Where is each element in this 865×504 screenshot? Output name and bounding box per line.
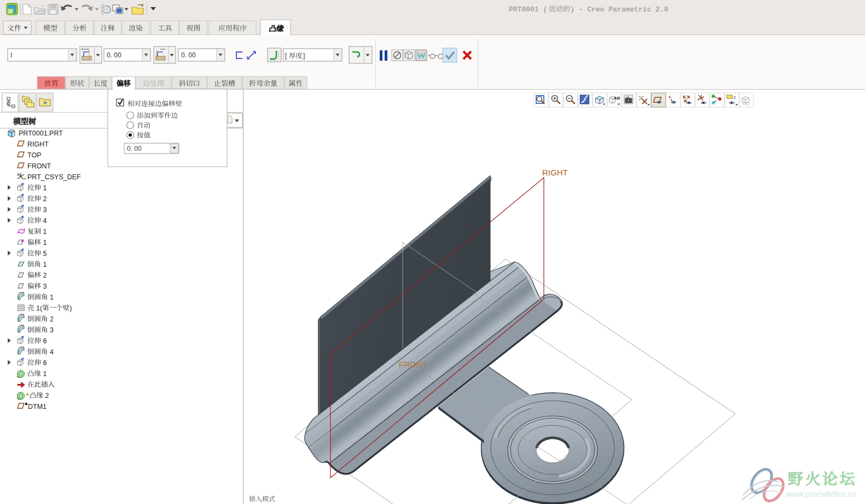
svg-text:x: x: [24, 177, 26, 180]
svg-text:0. 00: 0. 00: [181, 51, 196, 59]
svg-text:1: 1: [41, 228, 47, 236]
svg-text:6: 6: [41, 359, 47, 367]
svg-text:1: 1: [41, 370, 47, 378]
svg-text:4: 4: [48, 348, 54, 356]
svg-text:]: ]: [303, 52, 305, 60]
svg-text:FRONT: FRONT: [27, 162, 51, 170]
svg-text:) - Creo Parametric 2.0: ) - Creo Parametric 2.0: [570, 5, 669, 14]
svg-text:3: 3: [48, 326, 54, 334]
svg-text:Z: Z: [733, 96, 736, 99]
svg-text:PRT0001.PRT: PRT0001.PRT: [19, 130, 63, 137]
svg-text:2: 2: [48, 315, 54, 323]
svg-text:5: 5: [41, 250, 47, 257]
svg-text:RIGHT: RIGHT: [27, 140, 49, 148]
svg-text:): ): [69, 304, 72, 312]
svg-text:1: 1: [41, 184, 47, 192]
svg-text:FRONT: FRONT: [399, 360, 427, 369]
svg-text:✳: ✳: [42, 99, 47, 106]
svg-text:2: 2: [43, 392, 49, 400]
svg-text:0. 00: 0. 00: [107, 51, 121, 59]
svg-text:1: 1: [41, 261, 47, 268]
svg-text:TOP: TOP: [27, 151, 41, 159]
svg-text:1: 1: [48, 294, 54, 301]
svg-text:z: z: [17, 172, 19, 176]
svg-text:AB: AB: [614, 96, 620, 101]
svg-text:1: 1: [41, 239, 47, 247]
svg-text:DTM1: DTM1: [28, 403, 47, 411]
svg-text:✳: ✳: [25, 391, 30, 397]
svg-text:3: 3: [41, 206, 47, 214]
svg-text:4: 4: [41, 217, 47, 225]
svg-text:6: 6: [41, 337, 47, 345]
svg-text:2: 2: [41, 272, 47, 279]
svg-text:RIGHT: RIGHT: [542, 168, 568, 177]
svg-text:1(: 1(: [34, 304, 43, 312]
svg-text:www.proewildfire.cn: www.proewildfire.cn: [786, 490, 856, 499]
svg-text:PRT0001 (: PRT0001 (: [509, 5, 547, 14]
svg-text:I: I: [10, 51, 12, 59]
svg-text:0. 00: 0. 00: [127, 145, 142, 153]
svg-text:PRT_CSYS_DEF: PRT_CSYS_DEF: [27, 173, 81, 181]
svg-text:3: 3: [41, 283, 47, 290]
svg-text:2: 2: [41, 195, 47, 203]
